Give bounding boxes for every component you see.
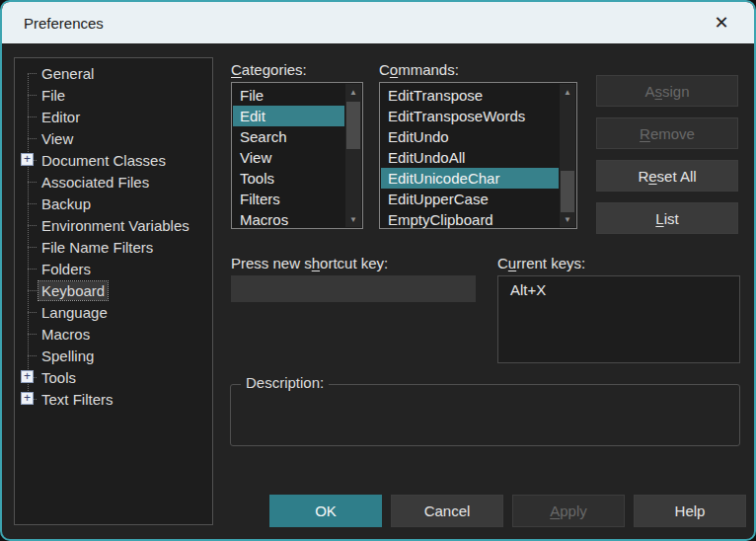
- sidebar-item-language[interactable]: Language: [15, 301, 212, 323]
- description-label: Description:: [241, 374, 329, 391]
- ok-button[interactable]: OK: [269, 495, 382, 527]
- command-item[interactable]: EmptyClipboard: [381, 209, 559, 230]
- categories-label: Categories:: [231, 61, 307, 78]
- category-item[interactable]: File: [233, 85, 344, 106]
- assign-button: Assign: [596, 75, 738, 107]
- expand-plus-icon[interactable]: +: [21, 392, 34, 405]
- sidebar-item-macros[interactable]: Macros: [15, 323, 212, 345]
- expand-plus-icon[interactable]: +: [21, 153, 34, 166]
- sidebar-item-spelling[interactable]: Spelling: [15, 345, 212, 366]
- sidebar-item-label: Language: [38, 303, 111, 322]
- remove-button: Remove: [596, 117, 738, 149]
- settings-tree: GeneralFileEditorView+Document ClassesAs…: [14, 57, 213, 525]
- sidebar-item-view[interactable]: View: [15, 127, 212, 149]
- current-keys-listbox[interactable]: Alt+X: [497, 275, 740, 363]
- command-item[interactable]: EditTransposeWords: [381, 106, 559, 126]
- apply-button: Apply: [512, 495, 625, 527]
- sidebar-item-document-classes[interactable]: +Document Classes: [15, 149, 212, 171]
- cancel-button[interactable]: Cancel: [391, 495, 503, 527]
- commands-listbox[interactable]: EditTransposeEditTransposeWordsEditUndoE…: [379, 82, 577, 229]
- category-item[interactable]: View: [233, 147, 344, 168]
- sidebar-item-label: Text Filters: [38, 390, 116, 409]
- description-groupbox: Description:: [230, 384, 740, 446]
- sidebar-item-label: File: [38, 86, 68, 105]
- scrollbar-thumb[interactable]: [561, 171, 574, 212]
- sidebar-item-file[interactable]: File: [15, 84, 212, 106]
- sidebar-item-general[interactable]: General: [15, 62, 212, 84]
- command-item[interactable]: EditTranspose: [381, 85, 559, 106]
- category-item[interactable]: Search: [233, 126, 344, 147]
- command-item[interactable]: EditUndoAll: [381, 147, 559, 168]
- sidebar-item-label: Folders: [38, 260, 94, 278]
- expand-plus-icon[interactable]: +: [21, 370, 34, 383]
- sidebar-item-label: Spelling: [38, 347, 97, 365]
- command-item[interactable]: EditUndo: [381, 126, 559, 147]
- category-item[interactable]: Edit: [233, 106, 344, 126]
- category-item[interactable]: Filters: [233, 189, 344, 209]
- commands-label: Commands:: [379, 61, 459, 78]
- sidebar-item-label: Macros: [38, 325, 93, 344]
- titlebar: Preferences ✕: [2, 2, 754, 43]
- sidebar-item-label: Keyboard: [38, 281, 108, 300]
- scroll-down-icon[interactable]: ▼: [560, 211, 575, 227]
- sidebar-item-label: Editor: [38, 108, 83, 126]
- sidebar-item-label: Associated Files: [38, 173, 152, 192]
- scroll-down-icon[interactable]: ▼: [345, 211, 361, 227]
- sidebar-item-associated-files[interactable]: Associated Files: [15, 171, 212, 193]
- sidebar-item-text-filters[interactable]: +Text Filters: [15, 388, 212, 410]
- scroll-up-icon[interactable]: ▲: [345, 84, 361, 100]
- sidebar-item-tools[interactable]: +Tools: [15, 366, 212, 388]
- close-icon[interactable]: ✕: [705, 2, 738, 43]
- scrollbar-thumb[interactable]: [346, 102, 360, 149]
- shortcut-key-input[interactable]: [231, 275, 476, 302]
- current-key-item[interactable]: Alt+X: [498, 276, 739, 298]
- sidebar-item-folders[interactable]: Folders: [15, 258, 212, 279]
- sidebar-item-label: File Name Filters: [38, 238, 156, 257]
- help-button[interactable]: Help: [634, 495, 746, 527]
- current-keys-label: Current keys:: [497, 255, 585, 271]
- sidebar-item-environment-variables[interactable]: Environment Variables: [15, 214, 212, 236]
- categories-listbox[interactable]: FileEditSearchViewToolsFiltersMacros ▲ ▼: [231, 82, 363, 229]
- sidebar-item-editor[interactable]: Editor: [15, 106, 212, 127]
- sidebar-item-label: Tools: [38, 368, 79, 387]
- categories-scrollbar[interactable]: ▲ ▼: [345, 84, 361, 227]
- command-item[interactable]: EditUpperCase: [381, 189, 559, 209]
- sidebar-item-label: Backup: [38, 194, 94, 213]
- sidebar-item-backup[interactable]: Backup: [15, 193, 212, 214]
- sidebar-item-label: Document Classes: [38, 151, 169, 170]
- sidebar-item-label: View: [38, 129, 76, 148]
- sidebar-item-label: General: [38, 64, 97, 83]
- press-new-shortcut-label: Press new shortcut key:: [231, 255, 388, 271]
- category-item[interactable]: Macros: [233, 209, 344, 230]
- sidebar-item-label: Environment Variables: [38, 216, 192, 235]
- command-item[interactable]: EditUnicodeChar: [381, 168, 559, 189]
- preferences-dialog: Preferences ✕ GeneralFileEditorView+Docu…: [0, 0, 756, 541]
- scroll-up-icon[interactable]: ▲: [560, 84, 575, 100]
- commands-scrollbar[interactable]: ▲ ▼: [560, 84, 575, 227]
- reset-all-button[interactable]: Reset All: [596, 160, 738, 192]
- sidebar-item-file-name-filters[interactable]: File Name Filters: [15, 236, 212, 258]
- list-button[interactable]: List: [596, 202, 738, 234]
- category-item[interactable]: Tools: [233, 168, 344, 189]
- sidebar-item-keyboard[interactable]: Keyboard: [15, 279, 212, 301]
- window-title: Preferences: [2, 15, 104, 32]
